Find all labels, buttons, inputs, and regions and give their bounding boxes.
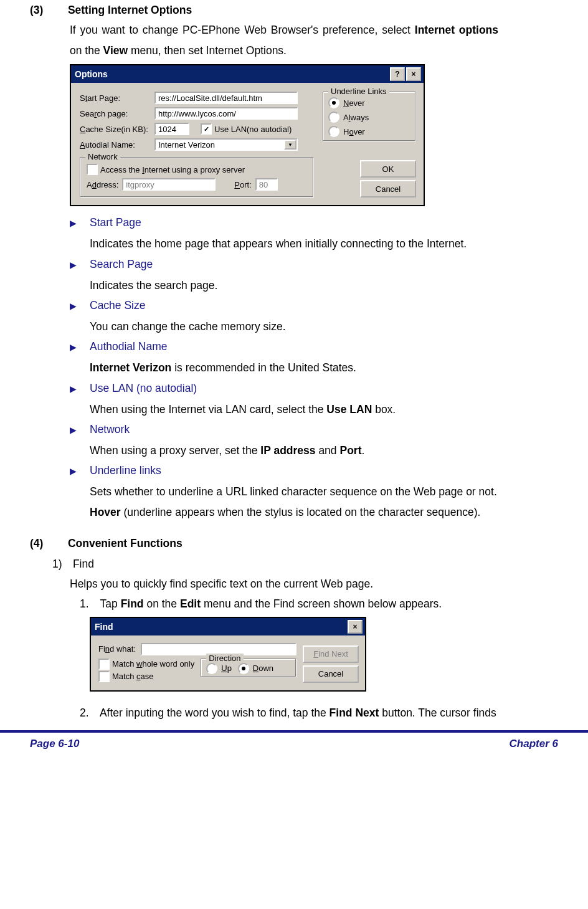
cancel-button[interactable]: Cancel bbox=[360, 180, 416, 198]
options-dialog: Options ? × Start Page: res://LocalSite.… bbox=[70, 64, 425, 206]
sub-1-number: 1) bbox=[52, 554, 70, 574]
triangle-icon: ▶ bbox=[70, 295, 90, 316]
triangle-icon: ▶ bbox=[70, 212, 90, 234]
radio-never-label: Never bbox=[343, 98, 365, 108]
address-input[interactable]: itgproxy bbox=[122, 178, 216, 191]
radio-never[interactable] bbox=[328, 97, 339, 108]
bullet-underline-desc2: Hover (underline appears when the stylus… bbox=[90, 502, 498, 522]
step-2: 2. After inputing the word you wish to f… bbox=[80, 703, 498, 723]
bullet-autodial: ▶Authodial Name bbox=[70, 336, 498, 358]
find-cancel-button[interactable]: Cancel bbox=[303, 665, 359, 683]
match-case-checkbox[interactable] bbox=[98, 671, 110, 682]
cache-size-label: Cache Size(in KB): bbox=[80, 125, 154, 134]
network-legend: Network bbox=[85, 152, 120, 161]
close-button[interactable]: × bbox=[406, 67, 421, 81]
page-footer: Page 6-10 Chapter 6 bbox=[0, 733, 588, 757]
find-title: Find bbox=[95, 622, 113, 632]
underline-links-group: Underline Links Never Always Hover bbox=[323, 92, 416, 141]
bullet-cache-size-desc: You can change the cache memory size. bbox=[90, 316, 498, 336]
port-input[interactable]: 80 bbox=[255, 178, 278, 191]
radio-down-label: Down bbox=[253, 664, 273, 673]
autodial-select[interactable]: Internet Verizon ▼ bbox=[154, 138, 298, 151]
sub-1-body: Helps you to quickly find specific text … bbox=[70, 574, 498, 594]
section-4-number: (4) bbox=[30, 533, 65, 553]
radio-always[interactable] bbox=[328, 112, 339, 123]
chevron-down-icon[interactable]: ▼ bbox=[284, 140, 296, 150]
match-case-label: Match case bbox=[112, 672, 153, 681]
step-1: 1. Tap Find on the Edit menu and the Fin… bbox=[80, 594, 498, 614]
radio-hover[interactable] bbox=[328, 126, 339, 137]
bullet-start-page-desc: Indicates the home page that appears whe… bbox=[90, 234, 498, 254]
bullet-start-page: ▶Start Page bbox=[70, 212, 498, 234]
step-2-number: 2. bbox=[80, 703, 97, 723]
bullet-cache-size: ▶Cache Size bbox=[70, 295, 498, 316]
help-button[interactable]: ? bbox=[390, 67, 405, 81]
radio-up[interactable] bbox=[206, 663, 217, 674]
section-3-title: Setting Internet Options bbox=[68, 4, 192, 16]
start-page-label: Start Page: bbox=[80, 93, 154, 103]
find-next-button[interactable]: Find Next bbox=[303, 645, 359, 663]
chapter-label: Chapter 6 bbox=[510, 734, 558, 753]
proxy-checkbox[interactable] bbox=[87, 164, 98, 175]
triangle-icon: ▶ bbox=[70, 419, 90, 440]
underline-links-legend: Underline Links bbox=[328, 87, 389, 96]
section-4-heading: (4) Convenient Functions bbox=[30, 533, 498, 553]
radio-always-label: Always bbox=[343, 113, 369, 122]
page-content: (3) Setting Internet Options If you want… bbox=[0, 0, 528, 723]
bullet-autodial-desc: Internet Verizon is recommended in the U… bbox=[90, 358, 498, 378]
bullet-network: ▶Network bbox=[70, 419, 498, 440]
bullet-use-lan-desc: When using the Internet via LAN card, se… bbox=[90, 399, 498, 419]
options-title: Options bbox=[75, 69, 108, 79]
radio-up-label: Up bbox=[221, 664, 232, 673]
use-lan-label: Use LAN(no autodial) bbox=[214, 125, 292, 134]
triangle-icon: ▶ bbox=[70, 336, 90, 358]
bullet-search-page: ▶Search Page bbox=[70, 254, 498, 275]
use-lan-checkbox[interactable]: ✓ bbox=[201, 123, 212, 135]
match-whole-checkbox[interactable] bbox=[98, 659, 110, 670]
start-page-input[interactable]: res://LocalSite.dll/default.htm bbox=[154, 92, 298, 104]
address-label: Address: bbox=[87, 180, 118, 189]
find-what-label: Find what: bbox=[98, 644, 136, 654]
sub-1-title: Find bbox=[73, 558, 94, 570]
sub-1: 1) Find bbox=[52, 554, 498, 574]
match-whole-label: Match whole word only bbox=[112, 659, 194, 669]
radio-down[interactable] bbox=[238, 663, 249, 674]
page-number: Page 6-10 bbox=[30, 734, 79, 753]
ok-button[interactable]: OK bbox=[360, 160, 416, 178]
find-titlebar: Find × bbox=[91, 618, 365, 635]
section-3-number: (3) bbox=[30, 0, 65, 20]
port-label: Port: bbox=[234, 180, 251, 189]
search-page-input[interactable]: http://www.lycos.com/ bbox=[154, 107, 298, 120]
triangle-icon: ▶ bbox=[70, 378, 90, 399]
section-3-intro: If you want to change PC-EPhone Web Brow… bbox=[70, 20, 498, 60]
bullet-underline: ▶Underline links bbox=[70, 460, 498, 482]
cache-size-input[interactable]: 1024 bbox=[154, 123, 189, 135]
direction-legend: Direction bbox=[206, 654, 243, 663]
radio-hover-label: Hover bbox=[343, 127, 365, 136]
direction-group: Direction Up Down bbox=[201, 659, 296, 677]
step-1-number: 1. bbox=[80, 594, 97, 614]
bullet-search-page-desc: Indicates the search page. bbox=[90, 275, 498, 295]
close-button[interactable]: × bbox=[348, 620, 363, 634]
section-3-heading: (3) Setting Internet Options bbox=[30, 0, 498, 20]
find-dialog: Find × Find what: Match whole word only … bbox=[90, 617, 366, 692]
bullet-network-desc: When using a proxy server, set the IP ad… bbox=[90, 440, 498, 460]
proxy-label: Access the Internet using a proxy server bbox=[100, 165, 245, 174]
bullet-underline-desc1: Sets whether to underline a URL linked c… bbox=[90, 482, 498, 502]
search-page-label: Search page: bbox=[80, 109, 154, 118]
network-group: Network Access the Internet using a prox… bbox=[80, 157, 314, 198]
bullet-use-lan: ▶Use LAN (no autodial) bbox=[70, 378, 498, 399]
triangle-icon: ▶ bbox=[70, 254, 90, 275]
autodial-label: Autodial Name: bbox=[80, 140, 154, 150]
triangle-icon: ▶ bbox=[70, 460, 90, 482]
options-titlebar: Options ? × bbox=[71, 65, 424, 83]
section-4-title: Convenient Functions bbox=[68, 537, 183, 550]
